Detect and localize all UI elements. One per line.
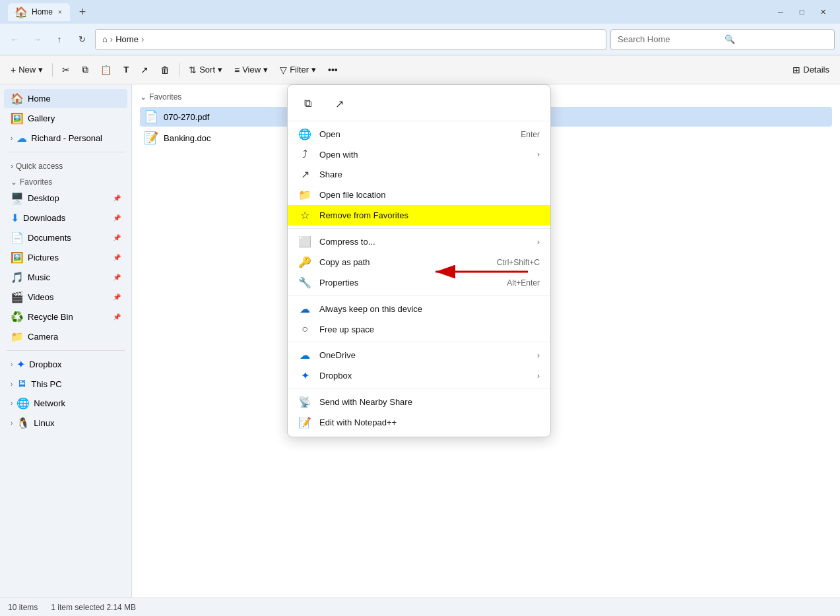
delete-button[interactable]: 🗑	[155, 59, 175, 80]
cm-open-file-location-icon: 📁	[298, 189, 311, 201]
cm-edit-notepad[interactable]: 📝 Edit with Notepad++	[288, 412, 550, 433]
cm-compress-to[interactable]: ⬜ Compress to... ›	[288, 231, 550, 252]
cm-share-icon: ↗	[298, 168, 311, 181]
cm-dropbox-label: Dropbox	[319, 371, 529, 381]
sidebar-item-recycle-bin[interactable]: ♻️ Recycle Bin 📌	[4, 307, 127, 326]
sidebar-documents-label: Documents	[28, 233, 71, 243]
sidebar-item-richard-personal[interactable]: › ☁ Richard - Personal	[4, 129, 127, 148]
context-menu-top-icons: ⧉ ↗	[288, 89, 550, 121]
cm-compress-icon: ⬜	[298, 235, 311, 248]
cm-share-icon-btn[interactable]: ↗	[327, 92, 351, 115]
cm-open-icon: 🌐	[298, 128, 311, 140]
filter-button[interactable]: ▽ Filter ▾	[275, 59, 321, 80]
more-button[interactable]: •••	[323, 59, 343, 80]
cm-divider-1	[288, 228, 550, 229]
refresh-button[interactable]: ↻	[73, 30, 91, 49]
sidebar-item-home[interactable]: 🏠 Home	[4, 89, 127, 108]
cm-divider-2	[288, 295, 550, 296]
cm-onedrive[interactable]: ☁ OneDrive ›	[288, 345, 550, 365]
cm-properties[interactable]: 🔧 Properties Alt+Enter	[288, 272, 550, 293]
cm-open-with[interactable]: ⤴ Open with ›	[288, 144, 550, 164]
sidebar-item-downloads[interactable]: ⬇ Downloads 📌	[4, 208, 127, 228]
doc-icon: 📝	[144, 131, 158, 145]
cm-remove-from-favorites[interactable]: ☆ Remove from Favorites	[288, 205, 550, 226]
rename-button[interactable]: T	[118, 59, 134, 80]
copy-button[interactable]: ⧉	[77, 59, 94, 80]
cm-share[interactable]: ↗ Share	[288, 164, 550, 185]
sidebar-item-desktop[interactable]: 🖥️ Desktop 📌	[4, 189, 127, 208]
cm-copy-path-icon: 🔑	[298, 256, 311, 268]
sidebar-item-pictures[interactable]: 🖼️ Pictures 📌	[4, 248, 127, 267]
sidebar-item-documents[interactable]: 📄 Documents 📌	[4, 228, 127, 247]
cm-properties-icon: 🔧	[298, 276, 311, 289]
sidebar-network-label: Network	[34, 398, 65, 408]
sidebar-item-this-pc[interactable]: › 🖥 This PC	[4, 375, 127, 393]
sidebar-item-videos[interactable]: 🎬 Videos 📌	[4, 288, 127, 307]
window-controls: ─ □ ✕	[771, 5, 832, 18]
cm-copy-icon-btn[interactable]: ⧉	[296, 92, 319, 115]
search-box[interactable]: Search Home 🔍	[610, 29, 835, 50]
cm-open-file-location[interactable]: 📁 Open file location	[288, 185, 550, 205]
cm-copy-as-path[interactable]: 🔑 Copy as path Ctrl+Shift+C	[288, 252, 550, 272]
cm-free-up-icon: ○	[298, 323, 311, 335]
paste-button[interactable]: 📋	[95, 59, 117, 80]
sidebar-home-label: Home	[28, 94, 51, 104]
share-button[interactable]: ↗	[135, 59, 154, 80]
up-button[interactable]: ↑	[50, 30, 69, 49]
forward-button[interactable]: →	[28, 30, 46, 49]
cm-send-nearby[interactable]: 📡 Send with Nearby Share	[288, 392, 550, 412]
view-button[interactable]: ≡ View ▾	[229, 59, 273, 80]
toolbar: + New ▾ ✂ ⧉ 📋 T ↗ 🗑 ⇅ Sort ▾ ≡ View ▾ ▽ …	[0, 55, 840, 84]
sidebar-item-network[interactable]: › 🌐 Network	[4, 394, 127, 413]
cm-open-with-icon: ⤴	[298, 148, 311, 160]
sidebar-item-camera[interactable]: 📁 Camera	[4, 327, 127, 346]
active-tab[interactable]: 🏠 Home ×	[8, 3, 70, 21]
new-button[interactable]: + New ▾	[5, 59, 48, 80]
sidebar-item-dropbox[interactable]: › ✦ Dropbox	[4, 355, 127, 374]
back-button[interactable]: ←	[5, 30, 24, 49]
sidebar-music-label: Music	[28, 272, 50, 282]
camera-icon: 📁	[11, 330, 24, 343]
cm-always-keep[interactable]: ☁ Always keep on this device	[288, 299, 550, 319]
favorites-section-expand-icon: ⌄	[140, 92, 146, 102]
view-icon: ≡	[234, 65, 240, 75]
richard-cloud-icon: ☁	[16, 132, 27, 144]
sidebar-item-linux[interactable]: › 🐧 Linux	[4, 414, 127, 433]
maximize-button[interactable]: □	[792, 5, 811, 18]
desktop-icon: 🖥️	[11, 192, 24, 204]
new-icon: +	[11, 65, 16, 75]
close-tab-button[interactable]: ×	[57, 7, 63, 17]
add-tab-button[interactable]: +	[75, 5, 90, 19]
close-window-button[interactable]: ✕	[814, 5, 832, 18]
cm-onedrive-icon: ☁	[298, 349, 311, 361]
cm-onedrive-label: OneDrive	[319, 350, 529, 360]
sidebar-pictures-label: Pictures	[28, 253, 59, 262]
cm-open-with-arrow: ›	[537, 150, 540, 159]
statusbar: 10 items 1 item selected 2.14 MB	[0, 598, 840, 616]
titlebar: 🏠 Home × + ─ □ ✕	[0, 0, 840, 24]
path-separator-1: ›	[110, 34, 113, 44]
quick-access-section[interactable]: › Quick access	[0, 156, 131, 172]
sidebar-item-gallery[interactable]: 🖼️ Gallery	[4, 109, 127, 128]
this-pc-icon: 🖥	[16, 378, 27, 390]
addressbar: ← → ↑ ↻ ⌂ › Home › Search Home 🔍	[0, 24, 840, 55]
cm-free-up-space[interactable]: ○ Free up space	[288, 319, 550, 339]
sidebar-item-music[interactable]: 🎵 Music 📌	[4, 268, 127, 287]
pictures-pin-icon: 📌	[113, 254, 121, 261]
cm-open[interactable]: 🌐 Open Enter	[288, 124, 550, 144]
home-icon: ⌂	[102, 34, 108, 44]
favorites-section[interactable]: ⌄ Favorites	[0, 172, 131, 188]
sort-button[interactable]: ⇅ Sort ▾	[183, 59, 228, 80]
toolbar-separator-2	[179, 63, 179, 77]
minimize-button[interactable]: ─	[771, 5, 790, 18]
cm-divider-3	[288, 342, 550, 342]
videos-pin-icon: 📌	[113, 293, 121, 301]
cut-button[interactable]: ✂	[57, 59, 75, 80]
address-path[interactable]: ⌂ › Home ›	[95, 29, 606, 50]
sidebar-camera-label: Camera	[28, 332, 58, 342]
cm-dropbox[interactable]: ✦ Dropbox ›	[288, 365, 550, 386]
details-label: Details	[803, 65, 829, 75]
details-button[interactable]: ⊞ Details	[787, 59, 835, 80]
linux-expand-icon: ›	[11, 419, 13, 427]
sidebar-gallery-label: Gallery	[28, 113, 55, 123]
